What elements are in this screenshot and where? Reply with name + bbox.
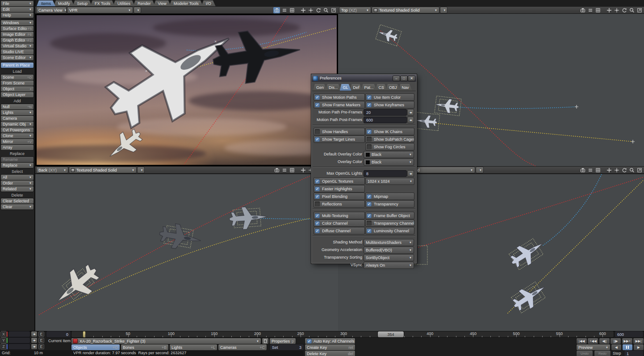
pref-check-multi-texturing[interactable]: ✓Multi-Texturing bbox=[314, 212, 364, 219]
sidebar-item-scene[interactable]: Scene^O bbox=[1, 75, 33, 80]
prefs-tab-dis[interactable]: Dis... bbox=[326, 84, 341, 91]
preview-dropdown[interactable]: Preview▼ bbox=[577, 344, 610, 350]
camera-render-mode-dropdown[interactable]: VPR ▼ bbox=[67, 7, 133, 13]
menu-tab-items[interactable]: Items bbox=[37, 0, 55, 6]
sidebar-item-help[interactable]: Help▼ bbox=[1, 13, 33, 18]
sidebar-item-object[interactable]: Object+ bbox=[1, 86, 33, 92]
grid-icon[interactable] bbox=[594, 167, 601, 173]
prev-key-button[interactable]: +◀◀ bbox=[588, 338, 598, 344]
step-field[interactable]: 1 bbox=[624, 351, 643, 356]
auto-key-checkbox[interactable]: ✓ bbox=[307, 339, 312, 343]
sidebar-item-related[interactable]: Related▼ bbox=[1, 186, 33, 192]
pref-check-show-target-lines[interactable]: ✓Show Target Lines bbox=[314, 136, 364, 142]
maximize-icon[interactable]: □ bbox=[401, 76, 407, 81]
sidebar-item-studio-live[interactable]: Studio LIVE bbox=[1, 49, 33, 54]
preferences-title-bar[interactable]: Preferences – □ ✕ bbox=[312, 75, 416, 82]
sidebar-item-object-layer[interactable]: Object Layer bbox=[1, 92, 33, 97]
sidebar-item-all[interactable]: All▼ bbox=[1, 175, 33, 180]
envelope-button[interactable]: E bbox=[38, 338, 44, 343]
stepper-icon[interactable]: ◂▸ bbox=[408, 171, 414, 176]
sidebar-item-array[interactable]: Array bbox=[1, 145, 33, 150]
jet-object[interactable] bbox=[506, 235, 548, 272]
stepper-icon[interactable]: ◂▸ bbox=[408, 117, 414, 123]
prefs-tab-gl[interactable]: GL bbox=[340, 84, 351, 91]
perspective-viewport-menu-dropdown[interactable]: ▼ bbox=[476, 167, 483, 173]
pref-dropdown-transparency-sorting[interactable]: SortByObject▼ bbox=[364, 255, 414, 261]
sidebar-item-clear-selected[interactable]: Clear Selected- bbox=[1, 198, 33, 204]
pref-check-luminosity-channel[interactable]: ✓Luminosity Channel bbox=[366, 227, 414, 234]
envelope-button[interactable]: E bbox=[38, 344, 44, 349]
prefs-tab-nav[interactable]: Nav bbox=[399, 84, 412, 91]
current-item-dropdown[interactable]: XA-20_Razorback_Strike_Fighter (3) ▼ bbox=[71, 338, 261, 344]
set-field[interactable]: Set3 bbox=[270, 344, 304, 350]
pref-field-motion-path-pre-frames[interactable]: 20 bbox=[364, 109, 406, 115]
sidebar-item-replace[interactable]: Replace▼ bbox=[1, 163, 33, 168]
select-objects-button[interactable]: Objects+O bbox=[71, 344, 120, 350]
sidebar-item-mirror[interactable]: Mirror+V bbox=[1, 139, 33, 144]
auto-key-dropdown[interactable]: ✓ Auto Key: All Channels ▼ bbox=[305, 338, 355, 344]
stepper-icon[interactable]: ◂▸ bbox=[31, 331, 37, 337]
play-forward-button[interactable]: ▶ bbox=[634, 344, 644, 350]
sidebar-item-cvt-powergons[interactable]: Cvt Powergons bbox=[1, 127, 33, 133]
rotate-icon[interactable] bbox=[315, 7, 322, 13]
sidebar-item-lights[interactable]: Lights▼ bbox=[1, 110, 33, 115]
back-render-mode-dropdown[interactable]: Textured Shaded Solid ▼ bbox=[69, 167, 136, 173]
menu-tab-i-o[interactable]: I/O bbox=[201, 0, 216, 6]
menu-icon[interactable] bbox=[281, 167, 288, 173]
pref-dropdown-opengl-textures[interactable]: 1024 x 1024▼ bbox=[366, 178, 414, 184]
menu-tab-modify[interactable]: Modify bbox=[54, 0, 75, 6]
menu-tab-utilities[interactable]: Utilities bbox=[113, 0, 135, 6]
camera-icon[interactable] bbox=[273, 7, 280, 13]
move-icon[interactable] bbox=[613, 7, 620, 13]
jet-object[interactable] bbox=[434, 96, 461, 116]
menu-icon[interactable] bbox=[587, 7, 594, 13]
pref-check-frame-buffer-object[interactable]: ✓Frame Buffer Object bbox=[366, 212, 414, 219]
pref-check-show-fog-circles[interactable]: Show Fog Circles bbox=[366, 143, 414, 150]
camera-icon[interactable] bbox=[579, 167, 586, 173]
delete-key-button[interactable]: Delete Keydel bbox=[305, 351, 355, 356]
prefs-tab-gen[interactable]: Gen bbox=[313, 84, 327, 91]
back-viewport-menu-dropdown[interactable]: ▼ bbox=[138, 167, 144, 173]
jet-object[interactable] bbox=[376, 25, 401, 46]
jet-object[interactable] bbox=[48, 259, 105, 313]
start-frame-field[interactable]: 0 bbox=[46, 331, 71, 337]
jet-object-large[interactable] bbox=[92, 15, 250, 145]
sidebar-item-clear[interactable]: Clear▼ bbox=[1, 204, 33, 209]
pref-field-motion-path-post-frames[interactable]: 600 bbox=[364, 117, 406, 123]
skip-start-button[interactable]: |◀◀ bbox=[577, 338, 587, 344]
grid-icon[interactable] bbox=[289, 167, 295, 173]
maximize-icon[interactable] bbox=[636, 7, 643, 13]
redo-button[interactable]: Redo bbox=[594, 351, 611, 356]
camera-viewport-menu-dropdown[interactable]: ▼ bbox=[134, 7, 141, 13]
prefs-tab-def[interactable]: Def bbox=[350, 84, 363, 91]
pan-icon[interactable] bbox=[300, 7, 306, 13]
zoom-icon[interactable] bbox=[628, 167, 635, 173]
play-reverse-button[interactable]: ◀ bbox=[611, 344, 621, 350]
pref-check-color-channel[interactable]: ✓Color Channel bbox=[314, 220, 364, 226]
minimize-icon[interactable]: – bbox=[393, 76, 400, 81]
item-list-split-button[interactable] bbox=[262, 338, 268, 344]
pan-icon[interactable] bbox=[606, 7, 612, 13]
back-viewport[interactable] bbox=[35, 174, 338, 331]
camera-viewport[interactable]: × × bbox=[35, 14, 338, 166]
select-lights-button[interactable]: Lights+L bbox=[170, 344, 217, 350]
prefs-tab-pat[interactable]: Pat... bbox=[361, 84, 377, 91]
sidebar-item-camera[interactable]: Camera bbox=[1, 116, 33, 121]
pref-check-use-item-color[interactable]: ✓Use Item Color bbox=[366, 94, 414, 101]
sidebar-item-order[interactable]: Order▼ bbox=[1, 180, 33, 186]
top-view-type-dropdown[interactable]: Top (XZ) ▼ bbox=[339, 7, 371, 13]
pref-check-show-motion-paths[interactable]: ✓Show Motion Paths bbox=[314, 94, 364, 101]
timeline-ruler[interactable]: 354 50100150200250300400450500550600 bbox=[71, 331, 614, 337]
camera-icon[interactable] bbox=[579, 7, 586, 13]
pause-button[interactable] bbox=[623, 344, 632, 350]
close-icon[interactable]: ✕ bbox=[408, 76, 415, 81]
create-key-button[interactable]: Create Keyret bbox=[305, 344, 355, 350]
menu-tab-view[interactable]: View bbox=[153, 0, 171, 6]
jet-object-small[interactable] bbox=[103, 124, 146, 165]
axis-x-field[interactable] bbox=[8, 331, 30, 337]
menu-tab-render[interactable]: Render bbox=[133, 0, 155, 6]
pref-dropdown-overlay-color[interactable]: Black▼ bbox=[364, 159, 414, 165]
jet-object-dark[interactable] bbox=[210, 24, 304, 87]
pref-check-mipmap[interactable]: ✓Mipmap bbox=[366, 193, 414, 200]
pref-check-reflections[interactable]: Reflections bbox=[314, 201, 364, 207]
